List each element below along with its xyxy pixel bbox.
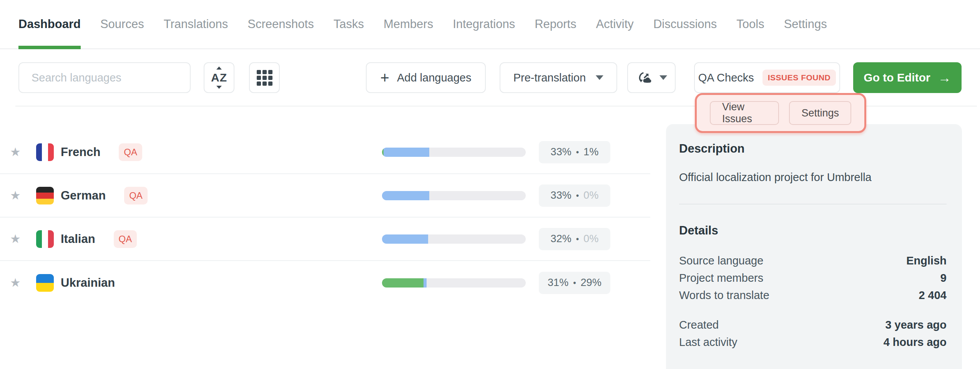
language-name: French	[61, 145, 100, 159]
dot-separator: •	[576, 191, 579, 201]
language-row-french[interactable]: ★ French QA 33% • 1%	[0, 131, 650, 174]
details-title: Details	[679, 224, 947, 238]
tab-reports[interactable]: Reports	[535, 0, 576, 48]
translated-progress	[382, 234, 428, 244]
approved-percent: 1%	[583, 146, 598, 158]
approved-progress	[382, 278, 424, 288]
tab-discussions[interactable]: Discussions	[653, 0, 717, 48]
qa-checks-popover: View Issues Settings	[695, 93, 866, 133]
tab-integrations[interactable]: Integrations	[453, 0, 515, 48]
translated-percent: 31%	[548, 277, 568, 289]
detail-value: 2 404	[919, 289, 947, 302]
detail-row-words-to-translate: Words to translate 2 404	[679, 287, 947, 304]
flag-ukraine-icon	[36, 274, 54, 292]
language-row-ukrainian[interactable]: ★ Ukrainian QA 31% • 29%	[0, 261, 650, 304]
translated-progress	[424, 278, 426, 288]
detail-label: Last activity	[679, 336, 737, 349]
grid-view-button[interactable]	[249, 62, 280, 93]
issues-found-badge: ISSUES FOUND	[762, 70, 836, 86]
qa-issues-badge: QA	[124, 187, 148, 204]
star-icon[interactable]: ★	[10, 232, 23, 246]
tab-tools[interactable]: Tools	[736, 0, 764, 48]
detail-label: Created	[679, 319, 719, 331]
translation-progress-bar	[382, 278, 526, 288]
add-languages-label: Add languages	[397, 71, 472, 84]
sort-az-icon: AZ	[211, 71, 227, 84]
translated-progress	[384, 148, 430, 157]
caret-down-icon	[596, 75, 603, 80]
go-to-editor-label: Go to Editor	[864, 71, 930, 84]
flag-germany-icon	[36, 187, 54, 204]
sort-languages-button[interactable]: AZ	[204, 62, 234, 93]
qa-checks-button[interactable]: QA Checks ISSUES FOUND	[694, 62, 840, 93]
detail-row-last-activity: Last activity 4 hours ago	[679, 334, 947, 351]
detail-label: Words to translate	[679, 289, 769, 302]
cloud-sync-icon	[636, 69, 653, 86]
detail-row-project-members: Project members 9	[679, 269, 947, 287]
sort-asc-icon	[216, 66, 222, 70]
dot-separator: •	[576, 147, 579, 157]
tab-dashboard[interactable]: Dashboard	[18, 0, 81, 48]
project-details-panel: Description Official localization projec…	[666, 124, 962, 369]
detail-row-created: Created 3 years ago	[679, 316, 947, 334]
approved-percent: 0%	[583, 233, 598, 245]
project-nav: Dashboard Sources Translations Screensho…	[0, 0, 980, 49]
sort-desc-icon	[216, 86, 222, 89]
flag-france-icon	[36, 143, 54, 161]
tab-tasks[interactable]: Tasks	[334, 0, 364, 48]
languages-toolbar: AZ + Add languages Pre-translation	[18, 62, 962, 93]
tab-screenshots[interactable]: Screenshots	[247, 0, 314, 48]
tab-activity[interactable]: Activity	[596, 0, 634, 48]
caret-down-icon	[659, 75, 667, 80]
detail-label: Project members	[679, 272, 763, 284]
detail-value: 9	[940, 272, 947, 284]
detail-value: English	[906, 254, 947, 267]
dot-separator: •	[573, 278, 576, 288]
panel-divider	[679, 204, 947, 204]
add-languages-button[interactable]: + Add languages	[366, 62, 486, 93]
pre-translation-label: Pre-translation	[513, 71, 586, 84]
pre-translation-dropdown[interactable]: Pre-translation	[500, 62, 617, 93]
translation-progress-bar	[382, 234, 526, 244]
translated-percent: 32%	[551, 233, 571, 245]
language-name: Ukrainian	[61, 276, 115, 290]
progress-percentages: 33% • 1%	[539, 141, 610, 163]
tab-members[interactable]: Members	[384, 0, 433, 48]
progress-percentages: 32% • 0%	[539, 228, 610, 250]
language-row-german[interactable]: ★ German QA 33% • 0%	[0, 174, 650, 218]
language-list: ★ French QA 33% • 1% ★ German QA 33% • 0…	[0, 131, 650, 304]
star-icon[interactable]: ★	[10, 276, 23, 290]
translated-percent: 33%	[551, 189, 571, 201]
language-name: German	[61, 189, 106, 203]
language-name: Italian	[61, 232, 95, 246]
detail-value: 4 hours ago	[884, 336, 947, 349]
star-icon[interactable]: ★	[10, 188, 23, 203]
go-to-editor-button[interactable]: Go to Editor →	[853, 62, 962, 93]
approved-percent: 29%	[581, 277, 601, 289]
progress-percentages: 31% • 29%	[539, 272, 610, 294]
qa-checks-label: QA Checks	[698, 71, 754, 84]
machine-translation-dropdown[interactable]	[627, 62, 676, 93]
qa-settings-button[interactable]: Settings	[789, 101, 851, 125]
star-icon[interactable]: ★	[10, 145, 23, 159]
details-secondary: Created 3 years ago Last activity 4 hour…	[679, 316, 947, 351]
grid-view-icon	[257, 70, 272, 86]
qa-issues-badge: QA	[119, 143, 142, 161]
tab-translations[interactable]: Translations	[164, 0, 228, 48]
approved-percent: 0%	[583, 189, 598, 201]
search-languages-input[interactable]	[18, 62, 191, 93]
detail-row-source-language: Source language English	[679, 252, 947, 269]
tab-settings[interactable]: Settings	[784, 0, 827, 48]
details-primary: Source language English Project members …	[679, 252, 947, 304]
description-text: Official localization project for Umbrel…	[679, 171, 947, 184]
tab-sources[interactable]: Sources	[100, 0, 144, 48]
detail-label: Source language	[679, 254, 763, 267]
view-issues-button[interactable]: View Issues	[710, 101, 779, 125]
translation-progress-bar	[382, 191, 526, 200]
description-title: Description	[679, 142, 947, 156]
dot-separator: •	[576, 234, 579, 244]
detail-value: 3 years ago	[885, 319, 947, 331]
language-row-italian[interactable]: ★ Italian QA 32% • 0%	[0, 218, 650, 261]
translation-progress-bar	[382, 148, 526, 157]
translated-percent: 33%	[551, 146, 571, 158]
